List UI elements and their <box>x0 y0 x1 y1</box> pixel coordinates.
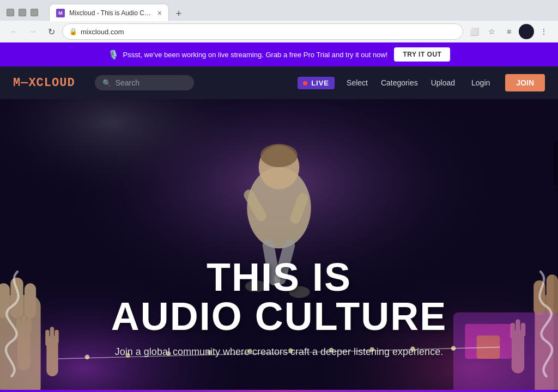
svg-point-7 <box>260 144 298 167</box>
tab-bar: M Mixcloud - This is Audio Cultu... × + <box>45 4 191 21</box>
extensions-button[interactable]: ≡ <box>501 24 517 39</box>
hero-title-line2: AUDIO CULTURE <box>88 297 470 336</box>
scroll-thumb[interactable] <box>554 142 557 185</box>
forward-button[interactable]: → <box>25 24 40 39</box>
categories-link[interactable]: Categories <box>380 76 419 89</box>
tab-favicon: M <box>56 9 65 17</box>
try-it-out-button[interactable]: TRY IT OUT <box>394 47 450 62</box>
bottom-accent <box>0 390 558 392</box>
window-controls <box>7 9 38 16</box>
search-input[interactable] <box>116 78 186 87</box>
close-button[interactable] <box>31 9 38 16</box>
live-indicator <box>303 81 307 85</box>
hero-content: THIS IS AUDIO CULTURE Join a global comm… <box>88 258 470 359</box>
banner-text: 🎙️ Pssst, we've been working on live str… <box>108 50 388 60</box>
svg-rect-20 <box>50 327 54 343</box>
maximize-button[interactable] <box>19 9 26 16</box>
title-bar: M Mixcloud - This is Audio Cultu... × + <box>0 0 558 21</box>
hero-title: THIS IS AUDIO CULTURE <box>88 258 470 336</box>
menu-button[interactable]: ⋮ <box>536 24 551 39</box>
search-icon: 🔍 <box>102 79 111 87</box>
browser-chrome: M Mixcloud - This is Audio Cultu... × + … <box>0 0 558 42</box>
hero-section: THIS IS AUDIO CULTURE Join a global comm… <box>0 99 558 392</box>
join-button[interactable]: JOIN <box>505 74 545 91</box>
site-nav: M—XCLOUD 🔍 LIVE Select Categories Upload… <box>0 66 558 99</box>
bookmark-button[interactable]: ☆ <box>484 24 499 39</box>
scroll-track[interactable] <box>554 142 558 392</box>
svg-rect-23 <box>0 283 10 318</box>
hero-subtitle: Join a global community where creators c… <box>88 345 470 359</box>
svg-rect-21 <box>54 330 58 344</box>
live-label: LIVE <box>311 79 329 87</box>
toolbar-icons: ⬜ ☆ ≡ ⋮ <box>466 24 551 39</box>
back-button[interactable]: ← <box>7 24 22 39</box>
active-tab[interactable]: M Mixcloud - This is Audio Cultu... × <box>49 4 169 21</box>
svg-rect-24 <box>10 278 23 318</box>
website-content: 🎙️ Pssst, we've been working on live str… <box>0 42 558 392</box>
refresh-button[interactable]: ↻ <box>44 24 59 39</box>
tab-title: Mixcloud - This is Audio Cultu... <box>69 9 153 17</box>
banner-message: Pssst, we've been working on live stream… <box>123 51 388 59</box>
upload-link[interactable]: Upload <box>430 76 456 89</box>
search-bar[interactable]: 🔍 <box>95 75 194 90</box>
svg-rect-19 <box>45 330 49 346</box>
banner-emoji: 🎙️ <box>108 50 119 60</box>
browser-nav-bar: ← → ↻ 🔒 mixcloud.com ⬜ ☆ ≡ ⋮ <box>0 21 558 42</box>
select-link[interactable]: Select <box>345 76 369 89</box>
site-logo[interactable]: M—XCLOUD <box>13 76 75 90</box>
address-text: mixcloud.com <box>81 28 456 36</box>
promo-banner: 🎙️ Pssst, we've been working on live str… <box>0 42 558 66</box>
live-badge[interactable]: LIVE <box>298 77 335 89</box>
hero-title-line1: THIS IS <box>88 258 470 297</box>
profile-icon[interactable] <box>519 24 534 39</box>
cast-button[interactable]: ⬜ <box>466 24 482 39</box>
address-bar[interactable]: 🔒 mixcloud.com <box>62 23 463 40</box>
login-button[interactable]: Login <box>467 76 494 89</box>
minimize-button[interactable] <box>7 9 14 16</box>
tab-close-button[interactable]: × <box>157 9 162 17</box>
lock-icon: 🔒 <box>69 28 77 35</box>
new-tab-button[interactable]: + <box>171 6 186 21</box>
svg-rect-25 <box>25 283 36 318</box>
